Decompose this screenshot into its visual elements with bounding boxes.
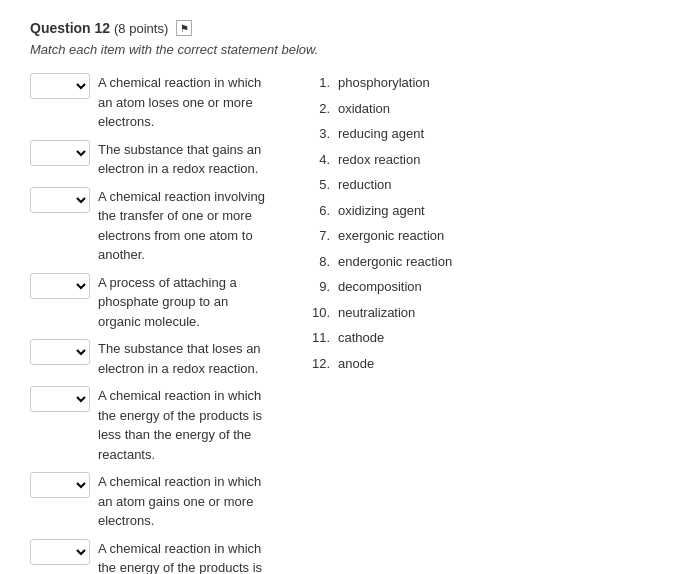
right-number-8: 8. <box>308 252 330 272</box>
match-select-8[interactable]: 123456789101112 <box>30 539 90 565</box>
match-select-3[interactable]: 123456789101112 <box>30 187 90 213</box>
right-number-1: 1. <box>308 73 330 93</box>
right-item-11: 11.cathode <box>308 328 508 348</box>
right-item-12: 12.anode <box>308 354 508 374</box>
right-item-9: 9.decomposition <box>308 277 508 297</box>
right-item-2: 2.oxidation <box>308 99 508 119</box>
left-item-3: 123456789101112A chemical reaction invol… <box>30 187 268 265</box>
right-number-11: 11. <box>308 328 330 348</box>
flag-icon[interactable]: ⚑ <box>176 20 192 36</box>
right-number-12: 12. <box>308 354 330 374</box>
right-number-7: 7. <box>308 226 330 246</box>
item-text-7: A chemical reaction in which an atom gai… <box>98 472 268 531</box>
left-item-8: 123456789101112A chemical reaction in wh… <box>30 539 268 575</box>
right-term-5: reduction <box>338 175 391 195</box>
dropdown-wrapper-1: 123456789101112 <box>30 73 90 99</box>
question-container: Question 12 (8 points) ⚑ Match each item… <box>30 20 670 574</box>
match-container: 123456789101112A chemical reaction in wh… <box>30 73 670 574</box>
item-text-3: A chemical reaction involving the transf… <box>98 187 268 265</box>
left-item-5: 123456789101112The substance that loses … <box>30 339 268 378</box>
right-column: 1.phosphorylation2.oxidation3.reducing a… <box>308 73 508 574</box>
right-item-8: 8.endergonic reaction <box>308 252 508 272</box>
dropdown-wrapper-5: 123456789101112 <box>30 339 90 365</box>
dropdown-wrapper-8: 123456789101112 <box>30 539 90 565</box>
item-text-1: A chemical reaction in which an atom los… <box>98 73 268 132</box>
right-number-9: 9. <box>308 277 330 297</box>
instructions: Match each item with the correct stateme… <box>30 42 670 57</box>
right-item-3: 3.reducing agent <box>308 124 508 144</box>
right-number-3: 3. <box>308 124 330 144</box>
dropdown-wrapper-7: 123456789101112 <box>30 472 90 498</box>
right-item-6: 6.oxidizing agent <box>308 201 508 221</box>
question-title-text: Question 12 <box>30 20 110 36</box>
right-item-4: 4.redox reaction <box>308 150 508 170</box>
question-points: (8 points) <box>114 21 168 36</box>
item-text-6: A chemical reaction in which the energy … <box>98 386 268 464</box>
item-text-2: The substance that gains an electron in … <box>98 140 268 179</box>
right-item-7: 7.exergonic reaction <box>308 226 508 246</box>
left-item-7: 123456789101112A chemical reaction in wh… <box>30 472 268 531</box>
match-select-7[interactable]: 123456789101112 <box>30 472 90 498</box>
left-item-4: 123456789101112A process of attaching a … <box>30 273 268 332</box>
right-term-3: reducing agent <box>338 124 424 144</box>
match-select-4[interactable]: 123456789101112 <box>30 273 90 299</box>
right-item-1: 1.phosphorylation <box>308 73 508 93</box>
right-number-10: 10. <box>308 303 330 323</box>
item-text-4: A process of attaching a phosphate group… <box>98 273 268 332</box>
right-term-11: cathode <box>338 328 384 348</box>
dropdown-wrapper-4: 123456789101112 <box>30 273 90 299</box>
right-term-9: decomposition <box>338 277 422 297</box>
item-text-8: A chemical reaction in which the energy … <box>98 539 268 575</box>
right-term-4: redox reaction <box>338 150 420 170</box>
right-number-4: 4. <box>308 150 330 170</box>
match-select-1[interactable]: 123456789101112 <box>30 73 90 99</box>
left-item-2: 123456789101112The substance that gains … <box>30 140 268 179</box>
match-select-6[interactable]: 123456789101112 <box>30 386 90 412</box>
question-header: Question 12 (8 points) ⚑ <box>30 20 670 36</box>
right-item-5: 5.reduction <box>308 175 508 195</box>
dropdown-wrapper-2: 123456789101112 <box>30 140 90 166</box>
right-term-8: endergonic reaction <box>338 252 452 272</box>
right-term-6: oxidizing agent <box>338 201 425 221</box>
right-number-5: 5. <box>308 175 330 195</box>
right-term-2: oxidation <box>338 99 390 119</box>
left-item-1: 123456789101112A chemical reaction in wh… <box>30 73 268 132</box>
item-text-5: The substance that loses an electron in … <box>98 339 268 378</box>
right-term-10: neutralization <box>338 303 415 323</box>
left-item-6: 123456789101112A chemical reaction in wh… <box>30 386 268 464</box>
match-select-2[interactable]: 123456789101112 <box>30 140 90 166</box>
dropdown-wrapper-3: 123456789101112 <box>30 187 90 213</box>
right-term-1: phosphorylation <box>338 73 430 93</box>
right-item-10: 10.neutralization <box>308 303 508 323</box>
right-number-6: 6. <box>308 201 330 221</box>
question-title: Question 12 (8 points) <box>30 20 168 36</box>
right-term-12: anode <box>338 354 374 374</box>
dropdown-wrapper-6: 123456789101112 <box>30 386 90 412</box>
right-number-2: 2. <box>308 99 330 119</box>
right-term-7: exergonic reaction <box>338 226 444 246</box>
match-select-5[interactable]: 123456789101112 <box>30 339 90 365</box>
left-column: 123456789101112A chemical reaction in wh… <box>30 73 268 574</box>
